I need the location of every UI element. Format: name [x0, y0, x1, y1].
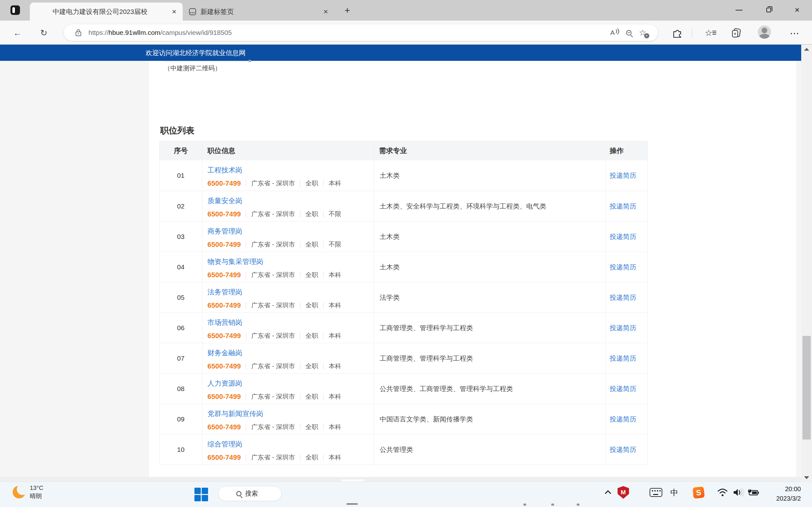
favorite-star-icon: ☆+: [639, 28, 646, 38]
wifi-icon: [716, 487, 728, 498]
meta-divider: [323, 180, 323, 187]
meta-divider: [246, 363, 246, 370]
table-body: 01 工程技术岗 6500-7499 广东省 - 深圳市 全职 本科 土木类 投…: [159, 160, 647, 464]
meta-divider: [300, 180, 300, 187]
sogou-input-icon: S: [693, 487, 705, 498]
column-header-no: 序号: [159, 141, 202, 160]
apply-resume-link[interactable]: 投递简历: [610, 354, 636, 363]
tray-battery-button[interactable]: [745, 484, 761, 501]
add-favorite-button[interactable]: ☆+: [636, 26, 650, 39]
job-title-link[interactable]: 市场营销岗: [207, 318, 242, 327]
window-restore-button[interactable]: [758, 0, 779, 20]
apply-resume-link[interactable]: 投递简历: [610, 263, 636, 272]
ime-chinese-indicator: 中: [670, 487, 678, 498]
footer-widget: [340, 479, 365, 482]
scroll-down-arrow-icon[interactable]: [804, 476, 809, 479]
action-cell: 投递简历: [606, 343, 647, 373]
table-row: 03 商务管理岗 6500-7499 广东省 - 深圳市 全职 不限 土木类 投…: [159, 221, 647, 251]
address-bar[interactable]: https://hbue.91wllm.com/campus/view/id/9…: [64, 24, 658, 41]
new-tab-button[interactable]: +: [341, 4, 353, 16]
apply-resume-link[interactable]: 投递简历: [610, 293, 636, 302]
apply-resume-link[interactable]: 投递简历: [610, 324, 636, 332]
education-requirement: 本科: [328, 423, 341, 431]
meta-divider: [246, 302, 246, 309]
job-location: 广东省 - 深圳市: [251, 210, 295, 218]
education-requirement: 本科: [328, 392, 341, 401]
job-type: 全职: [305, 331, 318, 340]
apply-resume-link[interactable]: 投递简历: [610, 171, 636, 180]
education-requirement: 不限: [328, 210, 341, 218]
zoom-out-icon: [626, 30, 631, 36]
taskbar-clock[interactable]: 20:00 2023/3/2: [760, 484, 801, 503]
job-title-link[interactable]: 人力资源岗: [207, 379, 242, 388]
tab-new-tab-page[interactable]: ••• 新建标签页 ×: [184, 3, 334, 20]
apply-resume-link[interactable]: 投递简历: [610, 384, 636, 393]
workspaces-icon[interactable]: [10, 5, 20, 15]
site-banner: 欢迎访问湖北经济学院就业信息网: [0, 45, 801, 61]
taskbar-search[interactable]: 搜索: [218, 486, 282, 501]
page-scrollbar[interactable]: [801, 45, 812, 482]
favorites-button[interactable]: ☆: [701, 26, 716, 40]
tab-active[interactable]: 中建电力建设有限公司2023届校 ×: [30, 3, 183, 20]
zoom-out-button[interactable]: [622, 26, 636, 39]
apply-resume-link[interactable]: 投递简历: [610, 232, 636, 241]
tab-close-icon[interactable]: ×: [320, 6, 331, 17]
education-requirement: 本科: [328, 179, 341, 187]
job-title-link[interactable]: 财务金融岗: [207, 348, 242, 358]
row-number: 02: [159, 191, 202, 221]
tray-volume-button[interactable]: [730, 484, 747, 501]
job-title-link[interactable]: 综合管理岗: [207, 440, 242, 449]
job-type: 全职: [305, 392, 318, 401]
scrollbar-thumb[interactable]: [803, 336, 811, 440]
search-icon: [236, 491, 241, 496]
job-title-link[interactable]: 商务管理岗: [207, 227, 242, 236]
tray-show-hidden-icons-button[interactable]: [599, 484, 615, 501]
meta-divider: [323, 393, 323, 400]
job-title-link[interactable]: 物资与集采管理岗: [207, 257, 263, 267]
job-title-link[interactable]: 法务管理岗: [207, 287, 242, 297]
job-info-cell: 物资与集采管理岗 6500-7499 广东省 - 深圳市 全职 本科: [202, 252, 374, 282]
job-type: 全职: [305, 301, 318, 309]
job-title-link[interactable]: 质量安全岗: [207, 196, 242, 206]
tray-sogou-input-button[interactable]: S: [690, 484, 707, 501]
back-button[interactable]: ←: [10, 27, 24, 39]
job-info-cell: 质量安全岗 6500-7499 广东省 - 深圳市 全职 不限: [202, 191, 374, 221]
tray-ime-mode-button[interactable]: 中: [666, 484, 682, 501]
minimize-icon: [735, 10, 743, 10]
scroll-up-arrow-icon[interactable]: [804, 48, 809, 51]
tab-close-icon[interactable]: ×: [169, 6, 180, 17]
url-path: /campus/view/id/918505: [160, 29, 232, 36]
apply-resume-link[interactable]: 投递简历: [610, 202, 636, 211]
extensions-button[interactable]: [670, 26, 684, 40]
start-button[interactable]: [194, 488, 208, 502]
row-number: 04: [159, 252, 202, 282]
required-majors: 公共管理类: [374, 435, 606, 464]
job-info-cell: 市场营销岗 6500-7499 广东省 - 深圳市 全职 本科: [202, 313, 374, 343]
weather-widget[interactable]: 13°C 晴朗: [13, 484, 43, 500]
meta-divider: [323, 211, 323, 218]
tray-mcafee-button[interactable]: M: [615, 484, 631, 501]
banner-welcome-text: 欢迎访问湖北经济学院就业信息网: [146, 45, 246, 61]
profile-button[interactable]: [757, 25, 772, 39]
row-number: 05: [159, 282, 202, 313]
window-minimize-button[interactable]: [729, 0, 749, 20]
tray-touch-keyboard-button[interactable]: [648, 484, 664, 501]
job-title-link[interactable]: 工程技术岗: [207, 165, 242, 175]
apply-resume-link[interactable]: 投递简历: [610, 445, 636, 454]
action-cell: 投递简历: [606, 435, 647, 464]
action-cell: 投递简历: [606, 282, 647, 313]
job-location: 广东省 - 深圳市: [251, 271, 295, 279]
apply-resume-link[interactable]: 投递简历: [610, 415, 636, 424]
tray-wifi-button[interactable]: [714, 484, 731, 501]
window-close-button[interactable]: ×: [787, 0, 807, 20]
settings-menu-button[interactable]: ⋯: [788, 26, 802, 40]
meta-divider: [246, 454, 246, 461]
row-number: 03: [159, 222, 202, 251]
job-title-link[interactable]: 党群与新闻宣传岗: [207, 409, 263, 418]
collections-button[interactable]: +: [728, 26, 743, 40]
clear-night-icon: [13, 486, 26, 498]
read-aloud-button[interactable]: A: [608, 26, 622, 39]
weather-condition: 晴朗: [30, 492, 43, 500]
refresh-button[interactable]: ↻: [37, 27, 51, 39]
url-text: https://hbue.91wllm.com/campus/view/id/9…: [89, 29, 608, 37]
